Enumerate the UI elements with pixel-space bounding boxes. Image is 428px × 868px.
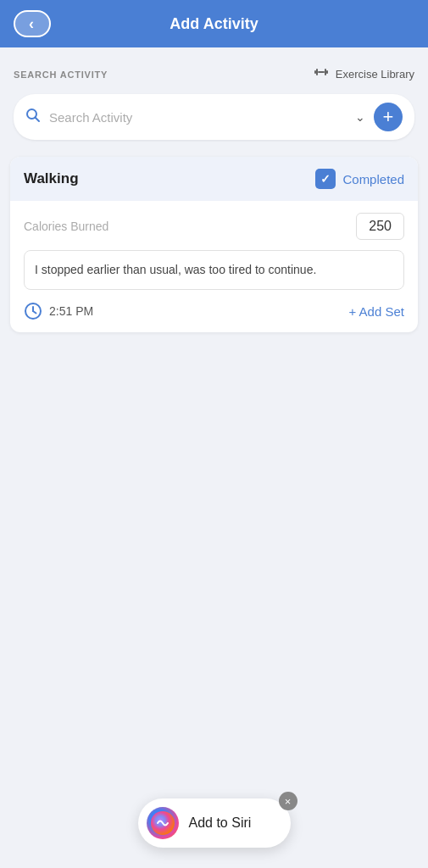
search-icon — [25, 108, 41, 127]
completed-label: Completed — [342, 172, 404, 186]
search-label: SEARCH ACTIVITY Exercise Library — [14, 63, 414, 86]
calories-value[interactable]: 250 — [356, 213, 404, 240]
siri-label: Add to Siri — [189, 815, 252, 831]
svg-rect-1 — [316, 69, 318, 75]
header: ‹ Add Activity — [0, 0, 428, 47]
checkmark-icon: ✓ — [320, 172, 331, 186]
calories-label: Calories Burned — [24, 220, 108, 233]
back-button[interactable]: ‹ — [14, 10, 51, 37]
siri-close-button[interactable]: × — [279, 792, 297, 810]
activity-name: Walking — [24, 170, 79, 187]
svg-rect-3 — [325, 69, 326, 75]
exercise-library-icon — [312, 63, 331, 86]
search-input[interactable]: Search Activity — [49, 110, 355, 125]
search-bar: Search Activity ⌄ + — [14, 94, 414, 140]
siri-icon — [147, 807, 179, 839]
search-chevron-icon: ⌄ — [355, 110, 365, 124]
notes-box[interactable]: I stopped earlier than usual, was too ti… — [24, 250, 404, 290]
siri-bar[interactable]: × Add to Siri — [138, 798, 291, 848]
card-footer: 2:51 PM + Add Set — [24, 302, 404, 320]
add-activity-button[interactable]: + — [374, 103, 403, 131]
time-value: 2:51 PM — [49, 304, 93, 318]
svg-rect-0 — [314, 70, 316, 74]
activity-card: Walking ✓ Completed Calories Burned 250 … — [10, 157, 418, 332]
time-section: 2:51 PM — [24, 302, 93, 320]
header-title: Add Activity — [170, 15, 258, 33]
completed-section: ✓ Completed — [315, 169, 404, 189]
back-chevron-icon: ‹ — [29, 15, 34, 33]
svg-rect-2 — [318, 71, 325, 73]
add-set-button[interactable]: + Add Set — [349, 304, 404, 319]
completed-checkbox[interactable]: ✓ — [315, 169, 336, 189]
search-section: SEARCH ACTIVITY Exercise Library Se — [0, 47, 428, 150]
calories-row: Calories Burned 250 — [24, 213, 404, 240]
exercise-library-button[interactable]: Exercise Library — [312, 63, 414, 86]
activity-header: Walking ✓ Completed — [10, 157, 418, 201]
svg-line-6 — [36, 117, 40, 121]
svg-rect-4 — [326, 70, 328, 74]
card-body: Calories Burned 250 I stopped earlier th… — [10, 201, 418, 332]
svg-line-9 — [33, 311, 36, 314]
clock-icon — [24, 302, 42, 320]
